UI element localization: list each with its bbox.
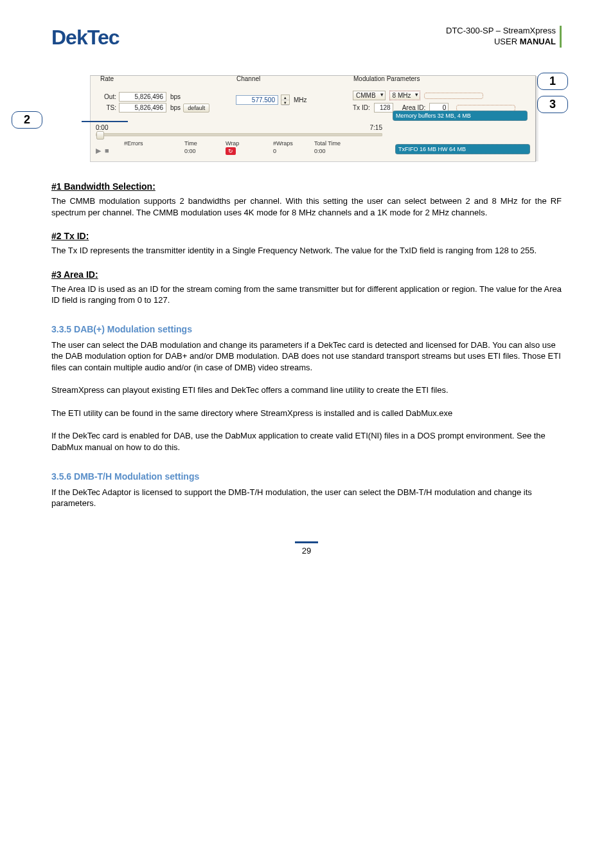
panel-shadow <box>535 76 539 161</box>
ts-value[interactable]: 5,826,496 <box>119 103 166 113</box>
wrap-toggle-icon[interactable]: ↻ <box>226 147 236 155</box>
playout-slider[interactable] <box>96 133 382 136</box>
doc-subtitle: USER MANUAL <box>446 37 556 48</box>
heading-txid: #2 Tx ID: <box>51 231 562 241</box>
app-panel: Rate Out: 5,826,496 bps TS: 5,826,496 bp… <box>90 75 536 162</box>
out-unit: bps <box>170 93 181 100</box>
bandwidth-dropdown[interactable]: 8 MHz <box>389 91 421 100</box>
param-highlight-1 <box>424 93 483 99</box>
doc-subtitle-pre: USER <box>494 37 520 46</box>
param-highlight-3 <box>456 105 515 111</box>
playout-time-end: 7:15 <box>370 124 382 131</box>
doc-subtitle-strong: MANUAL <box>520 37 556 46</box>
para-dab-2: StreamXpress can playout existing ETI fi… <box>51 384 562 396</box>
rate-group: Rate Out: 5,826,496 bps TS: 5,826,496 bp… <box>96 80 226 118</box>
heading-areaid: #3 Area ID: <box>51 269 562 280</box>
header-right: DTC-300-SP – StreamXpress USER MANUAL <box>446 26 562 48</box>
page-number: 29 <box>51 546 562 556</box>
default-button[interactable]: default <box>183 104 209 113</box>
para-dab-1: The user can select the DAB modulation a… <box>51 339 562 374</box>
para-areaid: The Area ID is used as an ID for the str… <box>51 284 562 306</box>
callout-line-2 <box>82 121 128 122</box>
val-total: 0:00 <box>314 148 366 154</box>
playout-time-start: 0:00 <box>96 124 108 131</box>
memory-buffers-status: Memory buffers 32 MB, 4 MB <box>393 111 528 121</box>
para-bandwidth: The CMMB modulation supports 2 bandwidth… <box>51 195 562 218</box>
txfifo-status: TxFIFO 16 MB HW 64 MB <box>395 144 530 154</box>
channel-unit: MHz <box>294 96 307 104</box>
col-errors: #Errors <box>124 140 182 147</box>
logo: DekTec <box>51 26 119 50</box>
ts-label: TS: <box>100 104 116 111</box>
col-wrap: Wrap <box>226 140 271 147</box>
playout-group: 0:00 7:15 #Errors Time Wrap #Wraps <box>96 122 530 155</box>
val-wraps: 0 <box>273 148 312 154</box>
txid-label: Tx ID: <box>353 104 370 111</box>
channel-value[interactable]: 577.500 <box>236 95 278 105</box>
para-dab-4: If the DekTec card is enabled for DAB, u… <box>51 430 562 453</box>
play-icon[interactable]: ▶ <box>96 147 101 155</box>
channel-spinner[interactable]: ▴▾ <box>281 95 290 105</box>
slider-thumb[interactable] <box>96 131 104 140</box>
heading-dmb: 3.5.6 DMB-T/H Modulation settings <box>51 471 562 482</box>
channel-group: Channel 577.500 ▴▾ MHz <box>232 80 342 110</box>
col-time: Time <box>184 140 223 147</box>
doc-id: DTC-300-SP – StreamXpress <box>446 26 556 37</box>
callout-1: 1 <box>537 73 568 90</box>
heading-bandwidth: #1 Bandwidth Selection: <box>51 181 562 192</box>
para-dmb: If the DekTec Adaptor is licensed to sup… <box>51 487 562 509</box>
val-time: 0:00 <box>184 148 223 154</box>
para-dab-3: The ETI utility can be found in the same… <box>51 408 562 419</box>
screenshot-area: 1 2 3 Rate Out: 5,826,496 bps TS: <box>51 75 562 162</box>
page-header: DekTec DTC-300-SP – StreamXpress USER MA… <box>51 26 562 50</box>
stop-icon[interactable]: ■ <box>105 147 109 155</box>
col-wraps: #Wraps <box>273 140 312 147</box>
col-total: Total Time <box>314 140 366 147</box>
footer: 29 <box>51 541 562 556</box>
out-value[interactable]: 5,826,496 <box>119 92 166 102</box>
callout-3: 3 <box>537 96 568 113</box>
txid-value[interactable]: 128 <box>374 103 393 113</box>
modtype-dropdown[interactable]: CMMB <box>353 91 386 100</box>
out-label: Out: <box>100 93 116 100</box>
heading-dab: 3.3.5 DAB(+) Modulation settings <box>51 324 562 334</box>
footer-rule <box>295 541 318 543</box>
para-txid: The Tx ID represents the transmitter ide… <box>51 245 562 257</box>
ts-unit: bps <box>170 104 181 111</box>
callout-2: 2 <box>12 111 42 129</box>
